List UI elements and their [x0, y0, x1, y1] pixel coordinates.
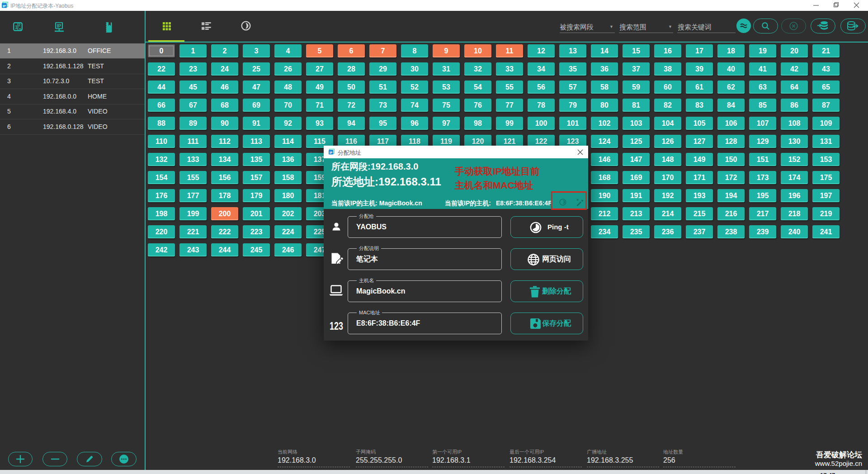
svg-text:IP: IP [3, 4, 6, 8]
svg-text:IP: IP [57, 23, 61, 28]
svg-text:IP: IP [330, 151, 333, 154]
svg-text:1: 1 [15, 25, 18, 30]
svg-text:5: 5 [19, 27, 22, 32]
